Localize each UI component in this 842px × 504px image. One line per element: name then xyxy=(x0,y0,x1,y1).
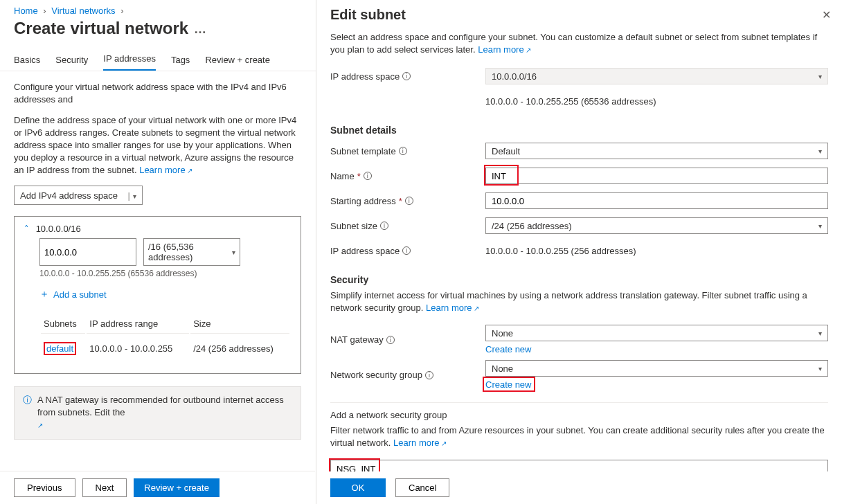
address-ip-input[interactable] xyxy=(39,238,136,266)
section-subnet-details: Subnet details xyxy=(330,125,828,136)
chevron-down-icon: ▾ xyxy=(133,192,136,200)
chevron-down-icon: ▾ xyxy=(818,222,822,230)
address-space-header[interactable]: ˄ 10.0.0.0/16 xyxy=(24,224,291,234)
start-address-input[interactable] xyxy=(485,192,828,209)
col-range: IP address range xyxy=(87,314,189,334)
ok-button[interactable]: OK xyxy=(330,478,386,497)
next-button[interactable]: Next xyxy=(82,478,127,497)
subnet-row[interactable]: default 10.0.0.0 - 10.0.0.255 /24 (256 a… xyxy=(41,335,289,362)
chevron-right-icon: › xyxy=(120,6,123,16)
info-icon[interactable]: i xyxy=(386,336,395,344)
ip-space-computed: 10.0.0.0 - 10.0.0.255 (256 addresses) xyxy=(485,246,828,256)
col-subnets: Subnets xyxy=(41,314,85,334)
cancel-button[interactable]: Cancel xyxy=(395,478,449,497)
subnet-name-input[interactable] xyxy=(485,168,828,184)
add-address-space-dropdown[interactable]: Add IPv4 address space |▾ xyxy=(14,186,143,205)
crumb-vnets[interactable]: Virtual networks xyxy=(51,6,115,16)
info-icon[interactable]: i xyxy=(364,172,372,180)
nat-gateway-select[interactable]: None▾ xyxy=(485,325,828,341)
add-nsg-title: Add a network security group xyxy=(330,410,828,420)
previous-button[interactable]: Previous xyxy=(14,478,75,497)
wizard-footer: Previous Next Review + create xyxy=(0,471,315,504)
subnet-size-select[interactable]: /24 (256 addresses)▾ xyxy=(485,217,828,234)
col-size: Size xyxy=(190,314,289,334)
learn-more-link[interactable]: Learn more xyxy=(478,44,531,55)
learn-more-link[interactable]: Learn more xyxy=(393,438,447,448)
subnet-range: 10.0.0.0 - 10.0.0.255 xyxy=(87,335,189,362)
chevron-down-icon: ▾ xyxy=(232,249,235,256)
info-icon[interactable]: i xyxy=(425,371,433,379)
ip-space-hint: 10.0.0.0 - 10.0.255.255 (65536 addresses… xyxy=(485,96,828,107)
subnet-name-link[interactable]: default xyxy=(46,343,73,354)
label-ip-space: IP address space i xyxy=(330,71,485,82)
nsg-select[interactable]: None▾ xyxy=(485,360,828,377)
nat-notice: ⓘ A NAT gateway is recommended for outbo… xyxy=(14,386,301,440)
intro-text-1: Configure your virtual network address s… xyxy=(14,81,301,106)
chevron-up-icon: ˄ xyxy=(24,224,29,234)
tab-review[interactable]: Review + create xyxy=(205,55,270,71)
info-icon: ⓘ xyxy=(23,394,32,432)
template-select[interactable]: Default▾ xyxy=(485,143,828,159)
label-nat-gateway: NAT gateway i xyxy=(330,334,485,345)
chevron-down-icon: ▾ xyxy=(818,365,822,372)
external-link-icon[interactable] xyxy=(37,420,43,430)
panel-intro: Select an address space and configure yo… xyxy=(330,31,828,57)
review-create-button[interactable]: Review + create xyxy=(134,478,220,497)
info-icon[interactable]: i xyxy=(399,147,407,155)
left-pane: Configure your virtual network address s… xyxy=(0,71,315,440)
plus-icon: ＋ xyxy=(39,288,49,300)
ip-space-select[interactable]: 10.0.0.0/16▾ xyxy=(485,68,828,84)
learn-more-link[interactable]: Learn more xyxy=(426,303,479,313)
close-icon[interactable]: ✕ xyxy=(822,8,831,21)
edit-subnet-panel: ✕ Edit subnet Select an address space an… xyxy=(316,0,842,504)
chevron-right-icon: › xyxy=(43,6,46,16)
tab-basics[interactable]: Basics xyxy=(14,55,40,71)
info-icon[interactable]: i xyxy=(402,72,411,80)
chevron-down-icon: ▾ xyxy=(818,330,822,337)
panel-footer: OK Cancel xyxy=(316,471,842,504)
address-size-select[interactable]: /16 (65,536 addresses)▾ xyxy=(143,238,240,266)
label-start-address: Starting address * i xyxy=(330,196,485,206)
learn-more-link[interactable]: Learn more xyxy=(139,165,192,175)
intro-text-2: Define the address space of your virtual… xyxy=(14,114,301,177)
label-template: Subnet template i xyxy=(330,146,485,156)
add-nsg-section: Add a network security group Filter netw… xyxy=(330,402,828,478)
crumb-home[interactable]: Home xyxy=(14,6,38,16)
info-icon[interactable]: i xyxy=(402,246,411,255)
label-subnet-size: Subnet size i xyxy=(330,221,485,231)
add-nsg-desc: Filter network traffic to and from Azure… xyxy=(330,424,828,450)
security-desc: Simplify internet access for virtual mac… xyxy=(330,289,828,315)
subnet-table: Subnets IP address range Size default 10… xyxy=(39,313,291,363)
chevron-down-icon: ▾ xyxy=(818,147,822,155)
label-ip-space-2: IP address space i xyxy=(330,246,485,256)
tab-tags[interactable]: Tags xyxy=(171,55,190,71)
info-icon[interactable]: i xyxy=(380,222,388,230)
panel-title: Edit subnet xyxy=(330,7,828,23)
section-security: Security xyxy=(330,274,828,285)
tab-ip-addresses[interactable]: IP addresses xyxy=(103,53,156,71)
label-nsg: Network security group i xyxy=(330,370,485,380)
chevron-down-icon: ▾ xyxy=(818,73,822,80)
tab-security[interactable]: Security xyxy=(55,55,88,71)
more-icon[interactable]: … xyxy=(194,22,206,37)
address-space-box: ˄ 10.0.0.0/16 /16 (65,536 addresses)▾ 10… xyxy=(14,216,301,374)
nsg-create-new-link[interactable]: Create new xyxy=(485,379,531,390)
address-range-hint: 10.0.0.0 - 10.0.255.255 (65536 addresses… xyxy=(39,269,291,278)
add-subnet-button[interactable]: ＋ Add a subnet xyxy=(39,288,291,300)
subnet-size: /24 (256 addresses) xyxy=(190,335,289,362)
info-icon[interactable]: i xyxy=(405,197,413,205)
nat-create-new-link[interactable]: Create new xyxy=(485,344,531,354)
label-name: Name * i xyxy=(330,171,485,181)
